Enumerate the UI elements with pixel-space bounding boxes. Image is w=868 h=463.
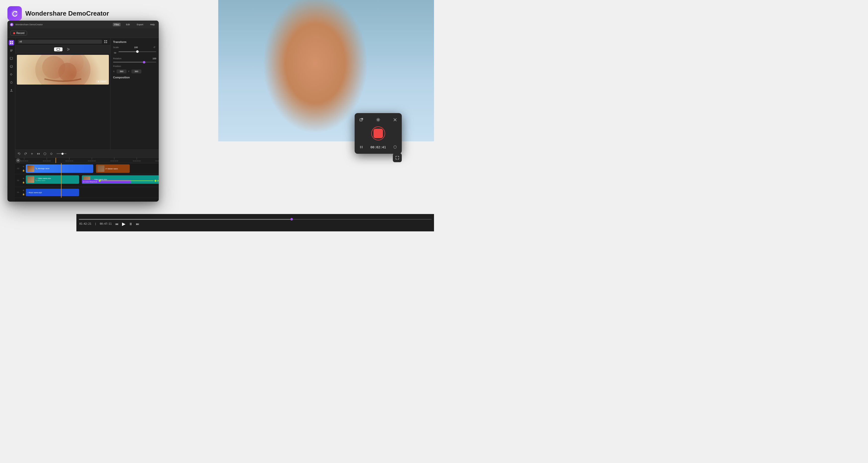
preview-tab-audio[interactable] [64,47,72,52]
montage-thumb [27,165,34,172]
svg-rect-31 [39,153,40,154]
record-button[interactable]: Record [10,31,27,35]
player-play-button[interactable]: ▶ [122,221,125,227]
player-pause-button[interactable]: ⏸ [129,222,132,226]
svg-point-22 [42,56,65,79]
svg-point-24 [70,55,84,72]
sidebar-chat-icon[interactable] [9,56,14,61]
player-thumb [290,218,293,220]
rec-fullscreen-button[interactable] [393,153,402,162]
video1-thumb [27,176,34,183]
svg-point-1 [16,11,17,13]
keyframe-button[interactable] [49,152,54,156]
grid-view-button[interactable] [103,39,108,44]
svg-rect-17 [106,42,107,43]
nav-files[interactable]: Files [113,23,121,26]
rec-pause-button[interactable] [358,144,365,150]
split-button[interactable] [36,152,41,156]
shield-button[interactable] [43,152,47,156]
scale-value: 100 [134,46,138,49]
sidebar-transitions-icon[interactable] [9,72,14,77]
files-dropdown[interactable]: All Video Audio Image [18,40,102,44]
track-lock-01[interactable]: 🔒 [22,193,25,196]
player-time-current: 01:42:21 [80,222,91,225]
track-eye-01[interactable]: 👁 [22,189,25,192]
ruler-tick-2: 00:00:00:00 [65,158,73,162]
player-progress[interactable] [79,219,432,220]
svg-point-10 [10,65,13,68]
montage-clip[interactable]: ✏️ Montage name [26,164,93,173]
player-progress-fill [79,219,290,220]
timeline-playhead[interactable] [56,158,56,163]
svg-point-11 [11,66,11,66]
track-eye-03[interactable]: 👁 [22,165,25,168]
rec-record-button[interactable] [371,126,385,141]
track-label-02: 02 [15,179,21,182]
scale-reset-button[interactable]: ↺ [153,46,156,49]
video-clip-1[interactable]: 📹 Video name.mov ✏️ Effect name [26,175,79,184]
import-button[interactable]: Import [96,80,107,83]
rec-bottom-row: 00:02:41 [358,144,398,150]
sidebar-text-icon[interactable] [9,48,14,53]
track-lock-03[interactable]: 🔒 [22,169,25,172]
svg-rect-32 [50,153,52,154]
undo-button[interactable] [17,152,21,156]
nav-edit[interactable]: Edit [124,23,131,26]
app-title: Wondershare DemoCreator [25,10,109,18]
titlebar-app-name: Wondershare DemoCreator [16,23,111,26]
player-prev-button[interactable]: ⏮ [115,222,119,226]
tracks-container: 03 👁 🔒 ✏️ Montage name [15,163,159,198]
sticker-clip[interactable]: 🏷 Sticker name [96,164,130,173]
motion-dot-start [99,180,101,182]
rec-external-link-button[interactable] [358,117,365,123]
svg-rect-7 [10,50,13,50]
track-lock-02[interactable]: 🔒 [22,181,25,184]
add-track-button[interactable]: + [16,158,20,163]
rotation-value: 100 [153,57,156,60]
motion-line [101,181,154,181]
svg-rect-16 [104,42,105,43]
ruler-tick-3: 00:00:00:00 [88,158,96,162]
scale-label: Scale [113,46,119,49]
sidebar-emoji-icon[interactable] [9,64,14,69]
redo-button[interactable] [23,152,28,156]
timeline-toolbar: 🎙 [15,150,159,158]
track-content-02: 📹 Video name.mov ✏️ Effect name 📹 Video … [26,174,159,187]
music-clip[interactable]: ♪ Music name.mp3 [26,189,79,196]
track-eye-02[interactable]: 👁 [22,177,25,180]
nav-export[interactable]: Export [135,23,145,26]
sidebar-export-icon[interactable] [9,88,14,93]
titlebar-nav: Files Edit Export Help [113,23,156,26]
position-x-label: X [113,70,115,73]
motion-arrow [157,180,159,182]
svg-rect-18 [57,49,60,50]
position-y-input[interactable] [131,69,142,73]
player-next-button[interactable]: ⏭ [136,222,140,226]
ruler-tick-1: 00:00:00:00 [43,158,51,162]
rec-close-button[interactable] [392,117,398,123]
scale-slider[interactable] [119,51,156,52]
svg-rect-30 [37,153,38,154]
position-label: Position [113,65,121,67]
position-x-input[interactable] [117,69,126,73]
sidebar-effects-icon[interactable] [9,80,14,85]
ruler-tick-4: 00:00:00:00 [111,158,118,162]
rec-settings-button[interactable] [375,117,381,123]
logo-area: Wondershare DemoCreator [7,6,109,21]
svg-rect-20 [17,55,109,85]
preview-tab-screen[interactable] [54,48,62,51]
crop-button[interactable] [30,152,34,156]
rec-shield-button[interactable] [392,144,398,150]
motion-path [99,181,159,181]
zoom-slider[interactable] [57,153,66,154]
scale-link-icon [113,51,117,55]
rotation-slider[interactable] [113,62,156,62]
sidebar-files-icon[interactable] [9,40,14,45]
nav-help[interactable]: Help [149,23,156,26]
montage-info: ✏️ Montage name [35,167,50,169]
svg-point-12 [12,66,12,66]
svg-rect-35 [360,146,361,148]
svg-rect-4 [12,41,13,42]
app-window: Wondershare DemoCreator Files Edit Expor… [7,21,159,202]
timeline-area: 🎙 + 00:00:00:00 00:00:00:00 00:00:0 [15,150,159,202]
